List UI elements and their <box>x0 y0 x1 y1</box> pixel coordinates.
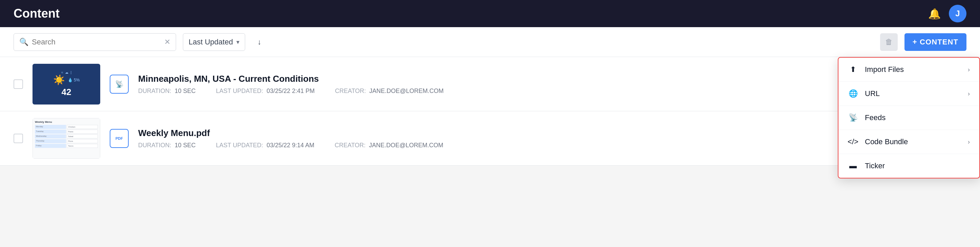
search-input[interactable] <box>32 38 161 47</box>
ticker-icon: ▬ <box>848 162 858 170</box>
dropdown-item-feeds[interactable]: 📡 Feeds <box>838 106 979 130</box>
add-content-button[interactable]: + CONTENT <box>905 33 966 51</box>
pdf-cell: Pizza <box>67 139 98 143</box>
dropdown-item-code-bundle[interactable]: </> Code Bundle › <box>838 130 979 154</box>
dropdown-item-import-files[interactable]: ⬆ Import Files › <box>838 58 979 82</box>
pdf-cell: Monday <box>35 125 66 129</box>
thumbnail-pdf: Weekly Menu Monday Chicken Tuesday Pasta… <box>32 118 100 159</box>
feeds-label: Feeds <box>865 113 970 122</box>
pdf-cell: Salad <box>67 134 98 138</box>
pdf-cell: Wednesday <box>35 134 66 138</box>
thumbnail-weather: ≈☁| ☀️ 💧 5% 42 <box>32 64 100 104</box>
pdf-cell: Thursday <box>35 139 66 143</box>
weather-icons: ≈☁| <box>61 71 72 74</box>
delete-button[interactable]: 🗑 <box>880 33 898 51</box>
dropdown-item-ticker[interactable]: ▬ Ticker <box>838 154 979 178</box>
pdf-cell: Chicken <box>67 125 98 129</box>
duration-2: DURATION: 10 SEC <box>138 142 196 149</box>
search-box[interactable]: 🔍 ✕ <box>14 33 176 51</box>
sort-dropdown[interactable]: Last Updated ▾ <box>183 33 245 51</box>
clear-icon[interactable]: ✕ <box>164 38 170 47</box>
toolbar: 🔍 ✕ Last Updated ▾ ↓ 🗑 + CONTENT <box>0 27 980 57</box>
row-checkbox-1[interactable] <box>14 79 23 89</box>
dropdown-item-url[interactable]: 🌐 URL › <box>838 82 979 106</box>
search-icon: 🔍 <box>19 38 29 47</box>
pdf-cell: Pasta <box>67 130 98 134</box>
avatar[interactable]: J <box>949 5 966 22</box>
header-actions: 🔔 J <box>928 5 966 22</box>
content-type-badge-pdf: PDF <box>110 129 129 148</box>
sun-icon: ☀️ <box>53 74 65 85</box>
url-label: URL <box>865 89 961 98</box>
sort-label: Last Updated <box>189 38 233 47</box>
chevron-down-icon: › <box>968 138 970 146</box>
last-updated-1: LAST UPDATED: 03/25/22 2:41 PM <box>216 88 315 95</box>
feed-icon: 📡 <box>848 113 858 122</box>
pdf-label: PDF <box>116 136 123 141</box>
code-icon: </> <box>848 137 858 146</box>
pdf-doc-title: Weekly Menu <box>35 120 98 124</box>
rain-icon: 💧 5% <box>68 78 80 82</box>
main-content: ≈☁| ☀️ 💧 5% 42 📡 Minneapolis, MN, USA - … <box>0 57 980 165</box>
add-content-label: + CONTENT <box>913 38 958 47</box>
duration-1: DURATION: 10 SEC <box>138 88 196 95</box>
add-content-dropdown: ⬆ Import Files › 🌐 URL › 📡 Feeds </> Cod… <box>838 57 980 178</box>
weather-info: ☀️ 💧 5% <box>53 74 80 85</box>
pdf-cell: Tacos <box>67 144 98 148</box>
pdf-cell: Tuesday <box>35 130 66 134</box>
ticker-label: Ticker <box>865 162 970 170</box>
upload-icon: ⬆ <box>848 65 858 74</box>
table-row: ≈☁| ☀️ 💧 5% 42 📡 Minneapolis, MN, USA - … <box>0 57 980 111</box>
row-checkbox-2[interactable] <box>14 134 23 143</box>
creator-1: CREATOR: JANE.DOE@LOREM.COM <box>335 88 444 95</box>
chevron-down-icon: › <box>968 66 970 73</box>
last-updated-2: LAST UPDATED: 03/25/22 9:14 AM <box>216 142 315 149</box>
notifications-icon[interactable]: 🔔 <box>928 8 941 20</box>
weather-temperature: 42 <box>62 87 72 97</box>
header: Content 🔔 J <box>0 0 980 27</box>
trash-icon: 🗑 <box>885 38 892 47</box>
sort-direction-button[interactable]: ↓ <box>252 35 267 50</box>
table-row: Weekly Menu Monday Chicken Tuesday Pasta… <box>0 111 980 165</box>
chevron-down-icon: › <box>968 90 970 97</box>
content-type-badge-feed: 📡 <box>110 75 129 94</box>
page-title: Content <box>14 6 60 21</box>
creator-2: CREATOR: JANE.DOE@LOREM.COM <box>334 142 443 149</box>
code-bundle-label: Code Bundle <box>865 137 961 146</box>
import-files-label: Import Files <box>865 65 961 74</box>
pdf-cell: Friday <box>35 144 66 148</box>
pdf-table: Monday Chicken Tuesday Pasta Wednesday S… <box>35 125 98 148</box>
chevron-down-icon: ▾ <box>236 38 239 46</box>
feed-icon: 📡 <box>115 80 124 88</box>
globe-icon: 🌐 <box>848 89 858 98</box>
